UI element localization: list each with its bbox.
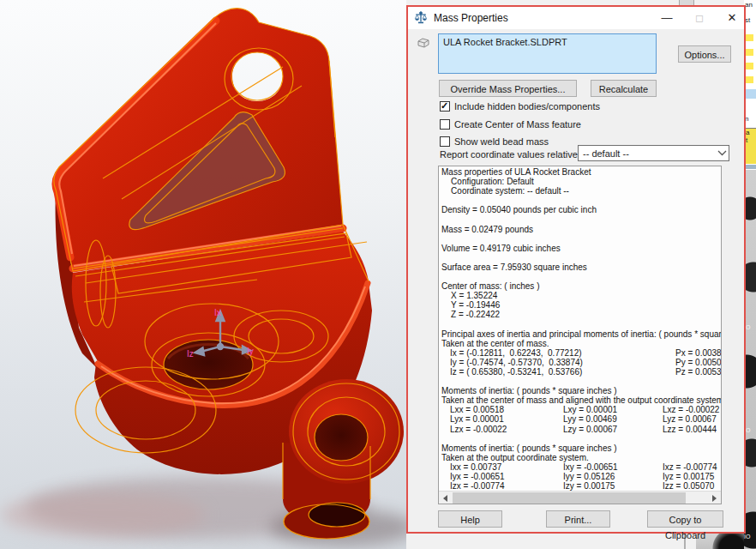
report-line: Izx = -0.00774Izy = 0.00175Izz = 0.05070 [439,481,721,491]
dialog-titlebar[interactable]: Mass Properties — ◻ ✕ [408,7,744,29]
report-line: Mass properties of ULA Rocket Bracket [439,167,721,177]
help-button[interactable]: Help [438,510,502,528]
checkbox-label: Include hidden bodies/components [454,101,600,112]
triad-label-iz: Iz [187,349,194,359]
report-line: Density = 0.05040 pounds per cubic inch [439,205,721,214]
horizontal-scrollbar[interactable] [439,491,721,504]
bg-selected-row [744,89,756,99]
report-line [439,253,721,262]
report-line [439,214,721,224]
copy-to-clipboard-button[interactable]: Copy to Clipboard [647,510,723,528]
report-line: Configuration: Default [439,177,721,186]
report-line: Y = -0.19446 [439,300,721,310]
report-line: Taken at the center of mass. [439,339,721,348]
report-line [439,196,721,205]
scroll-left-arrow[interactable] [439,492,452,504]
checkbox-box[interactable] [440,101,450,112]
report-coordinate-label: Report coordinate values relative to: [440,149,591,160]
scrollbar-thumb[interactable] [453,492,686,504]
report-line [439,272,721,281]
dialog-title: Mass Properties [434,12,508,24]
checkbox-label: Create Center of Mass feature [454,119,581,130]
print-button[interactable]: Print... [546,510,610,528]
report-line: Ixx = 0.00737Ixy = -0.00651Ixz = -0.0077… [439,462,721,472]
coordinate-system-dropdown[interactable]: -- default -- [578,145,729,161]
report-line: Lyx = 0.00001Lyy = 0.00469Lyz = 0.00067 [439,414,721,424]
options-button[interactable]: Options... [678,45,731,63]
checkbox-box[interactable] [440,119,450,130]
triad-label-ix: Ix [214,308,221,317]
report-line [439,320,721,329]
dropdown-selected-value: -- default -- [579,148,715,159]
report-line: Principal axes of inertia and principal … [439,329,721,339]
bg-highlight-box: a t [744,128,756,164]
close-button[interactable]: ✕ [716,7,748,29]
report-line: X = 1.35224 [439,291,721,300]
report-line [439,434,721,443]
report-line: Center of mass: ( inches ) [439,281,721,291]
report-line: Mass = 0.02479 pounds [439,225,721,234]
report-line: Z = -0.22422 [439,310,721,319]
bracket-3d-model[interactable]: Ix Iy Iz [0,0,410,549]
checkbox-create-center-of-mass[interactable]: Create Center of Mass feature [440,118,581,130]
report-line: Moments of inertia: ( pounds * square in… [439,386,721,395]
mass-properties-scale-icon [414,11,428,25]
scroll-right-arrow[interactable] [708,492,721,504]
checkbox-label: Show weld bead mass [454,136,549,147]
recalculate-button[interactable]: Recalculate [591,80,657,97]
report-line: Iy = (-0.74574, -0.57370, 0.33874)Py = 0… [439,358,721,367]
report-line: Taken at the center of mass and aligned … [439,395,721,405]
report-line: Volume = 0.49179 cubic inches [439,244,721,253]
screenshot-root: Ix Iy Iz an st n a t IO IO IO [0,0,756,549]
report-line: Coordinate system: -- default -- [439,186,721,196]
maximize-button: ◻ [683,7,716,29]
report-line: Iyx = -0.00651Iyy = 0.05126Iyz = 0.00175 [439,472,721,481]
checkbox-show-weld-bead-mass[interactable]: Show weld bead mass [440,136,549,148]
chevron-down-icon [715,150,729,156]
checkbox-box[interactable] [440,136,450,147]
mass-properties-dialog: Mass Properties — ◻ ✕ ULA Rocket Bracket… [406,5,746,534]
report-line: Iz = ( 0.65380, -0.53241, 0.53766)Pz = 0… [439,367,721,377]
triad-label-iy: Iy [247,347,254,356]
selected-item-field[interactable]: ULA Rocket Bracket.SLDPRT [438,33,657,74]
cad-viewport[interactable]: Ix Iy Iz [0,0,410,549]
mass-properties-report[interactable]: Mass properties of ULA Rocket Bracket Co… [438,166,722,504]
report-line: Taken at the output coordinate system. [439,453,721,462]
report-line: Lxx = 0.00518Lxy = 0.00001Lxz = -0.00022 [439,405,721,414]
report-line [439,377,721,386]
report-line: Moments of inertia: ( pounds * square in… [439,443,721,453]
part-document-icon [416,36,431,53]
checkbox-include-hidden-bodies[interactable]: Include hidden bodies/components [440,100,600,112]
report-line: Surface area = 7.95930 square inches [439,262,721,272]
report-line: Lzx = -0.00022Lzy = 0.00067Lzz = 0.00444 [439,425,721,434]
minimize-button[interactable]: — [651,7,683,29]
background-photo-strip: IO IO IO [744,170,756,549]
report-text: Mass properties of ULA Rocket Bracket Co… [439,167,721,492]
report-line [439,234,721,244]
override-mass-properties-button[interactable]: Override Mass Properties... [439,80,577,97]
selected-part-name: ULA Rocket Bracket.SLDPRT [443,37,567,47]
report-line: Ix = (-0.12811, 0.62243, 0.77212)Px = 0.… [439,348,721,358]
